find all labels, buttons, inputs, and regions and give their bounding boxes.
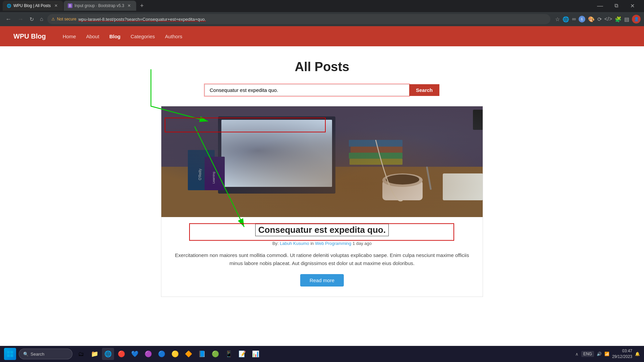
sync-icon[interactable]: ⟳ <box>597 16 602 22</box>
svg-rect-13 <box>382 180 423 200</box>
post-time-ago: 1 day ago <box>353 241 372 246</box>
site-brand[interactable]: WPU Blog <box>13 33 46 40</box>
nav-home[interactable]: Home <box>63 34 76 39</box>
chrome-icon[interactable]: 🌐 <box>562 16 569 22</box>
restore-button[interactable]: ⧉ <box>608 1 624 11</box>
taskbar-search[interactable]: 🔍 Search <box>19 349 72 359</box>
post-image-svg: O'Reilly Learning <box>161 106 483 217</box>
sidebar-button[interactable]: ▤ <box>624 16 629 22</box>
svg-rect-17 <box>188 150 215 190</box>
extension-icon-1[interactable]: ∞ <box>572 16 576 22</box>
read-more-button[interactable]: Read more <box>300 274 344 287</box>
taskbar-search-label: Search <box>31 352 44 357</box>
post-title: Consequatur est expedita quo. <box>255 224 389 236</box>
tab-favicon-1: 🌐 <box>7 4 11 8</box>
taskbar-app-whatsapp[interactable]: 🟢 <box>209 348 221 360</box>
forward-button[interactable]: → <box>15 14 25 24</box>
post-meta-prefix: By: <box>272 241 279 246</box>
svg-rect-24 <box>7 351 10 354</box>
svg-rect-4 <box>161 106 483 217</box>
back-button[interactable]: ← <box>3 14 13 24</box>
taskbar-app-word[interactable]: 📝 <box>236 348 248 360</box>
post-excerpt: Exercitationem non maiores sunt mollitia… <box>171 251 473 267</box>
taskbar-app-docker[interactable]: 🔵 <box>156 348 168 360</box>
extensions-button[interactable]: 🧩 <box>615 16 622 22</box>
post-author-link[interactable]: Labuh Kusumo <box>280 241 309 246</box>
nav-categories[interactable]: Categories <box>130 34 155 39</box>
nav-authors[interactable]: Authors <box>165 34 182 39</box>
tray-notification[interactable]: 🔔 <box>635 352 640 356</box>
minimize-button[interactable]: — <box>592 1 608 11</box>
address-url: wpu-laravel-8.test/posts?search=Consequa… <box>78 17 206 22</box>
bookmark-star[interactable]: ☆ <box>555 16 560 22</box>
reload-button[interactable]: ↻ <box>28 15 36 24</box>
home-button[interactable]: ⌂ <box>38 15 45 23</box>
search-form: Search <box>161 84 483 96</box>
tab-close-2[interactable]: ✕ <box>126 3 132 8</box>
nav-blog[interactable]: Blog <box>109 34 120 39</box>
svg-point-12 <box>382 180 423 200</box>
post-card: O'Reilly Learning Consequatur est expedi… <box>161 106 483 297</box>
taskbar-clock[interactable]: 03:47 29/12/2023 <box>612 348 632 360</box>
taskbar-app-explorer[interactable]: 📁 <box>89 348 101 360</box>
user-avatar[interactable]: 👤 <box>632 15 641 23</box>
tray-icons: ∧ <box>575 352 579 357</box>
svg-rect-9 <box>351 147 402 153</box>
search-button[interactable]: Search <box>409 84 439 96</box>
svg-rect-23 <box>426 166 432 190</box>
new-tab-button[interactable]: + <box>137 1 147 10</box>
taskbar-app-vscode[interactable]: 💙 <box>129 348 141 360</box>
close-browser-button[interactable]: ✕ <box>625 1 640 11</box>
svg-rect-27 <box>10 354 13 357</box>
taskbar-app-youtube[interactable]: 🔴 <box>115 348 127 360</box>
taskbar-app-postman[interactable]: 🟡 <box>169 348 181 360</box>
svg-rect-16 <box>443 173 483 200</box>
color-picker-icon[interactable]: 🎨 <box>588 16 595 22</box>
start-button[interactable] <box>4 348 16 360</box>
clock-time: 03:47 <box>612 348 632 354</box>
tray-network[interactable]: 📶 <box>604 352 609 356</box>
taskbar-search-icon: 🔍 <box>23 352 29 357</box>
post-category-link[interactable]: Web Programming <box>315 241 351 246</box>
address-bar[interactable]: ⚠ Not secure wpu-laravel-8.test/posts?se… <box>47 14 551 24</box>
taskbar-app-excel[interactable]: 📊 <box>250 348 262 360</box>
clock-date: 29/12/2023 <box>612 354 632 360</box>
svg-rect-5 <box>161 167 483 217</box>
tab-title-1: WPU Blog | All Posts <box>13 3 51 8</box>
site-navbar: WPU Blog Home About Blog Categories Auth… <box>0 26 644 46</box>
taskbar-app-notion[interactable]: 📘 <box>196 348 208 360</box>
svg-rect-10 <box>349 153 402 159</box>
code-icon[interactable]: </> <box>604 16 612 22</box>
svg-point-14 <box>382 173 423 187</box>
svg-rect-25 <box>10 351 13 354</box>
security-icon: ⚠ <box>51 17 55 21</box>
svg-rect-6 <box>218 116 335 194</box>
svg-rect-26 <box>7 354 10 357</box>
taskbar: 🔍 Search 🗂 📁 🌐 🔴 💙 🟣 🔵 🟡 🔶 📘 🟢 📱 📝 📊 ∧ E… <box>0 346 644 362</box>
browser-tab-2[interactable]: B Input group · Bootstrap v5.3 ✕ <box>64 1 136 11</box>
svg-text:Learning: Learning <box>212 172 215 184</box>
search-input[interactable] <box>205 84 409 96</box>
svg-rect-22 <box>473 110 483 130</box>
security-label: Not secure <box>57 17 76 21</box>
taskbar-app-chrome[interactable]: 🌐 <box>102 348 114 360</box>
browser-tab-1[interactable]: 🌐 WPU Blog | All Posts ✕ <box>3 1 63 11</box>
page-title: All Posts <box>161 60 483 74</box>
post-meta: By: Labuh Kusumo in Web Programming 1 da… <box>171 241 473 246</box>
taskbar-tray: ∧ ENG 🔊 📶 03:47 29/12/2023 🔔 <box>575 348 640 360</box>
svg-rect-8 <box>349 140 402 147</box>
profile-badge[interactable]: 6 <box>579 16 585 22</box>
svg-text:O'Reilly: O'Reilly <box>198 169 202 180</box>
nav-about[interactable]: About <box>86 34 99 39</box>
tab-title-2: Input group · Bootstrap v5.3 <box>74 3 124 8</box>
taskbar-app-terminal[interactable]: 📱 <box>223 348 235 360</box>
taskbar-app-git2[interactable]: 🔶 <box>182 348 195 360</box>
taskbar-app-git[interactable]: 🟣 <box>142 348 154 360</box>
tab-close-1[interactable]: ✕ <box>53 3 59 8</box>
tray-volume[interactable]: 🔊 <box>597 352 602 356</box>
post-body: Consequatur est expedita quo. By: Labuh … <box>161 217 483 297</box>
taskbar-apps: 🗂 📁 🌐 🔴 💙 🟣 🔵 🟡 🔶 📘 🟢 📱 📝 📊 <box>75 348 573 360</box>
svg-point-15 <box>386 174 419 185</box>
post-category-prefix: in <box>310 241 314 246</box>
taskbar-app-files[interactable]: 🗂 <box>75 348 87 360</box>
